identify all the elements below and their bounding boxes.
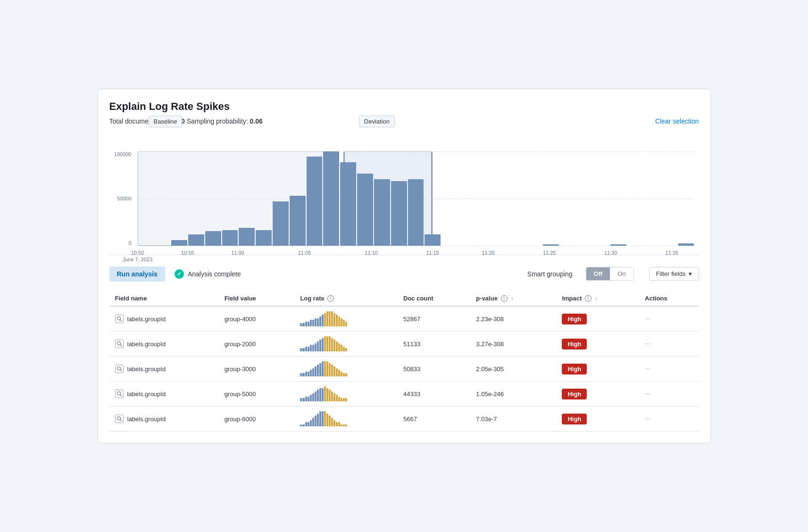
- actions-cell[interactable]: ⋯: [639, 306, 699, 332]
- filter-fields-button[interactable]: Filter fields ▾: [649, 267, 699, 281]
- pvalue-cell: 7.03e-7: [470, 407, 556, 432]
- pvalue-sort-icon[interactable]: ↑: [511, 296, 514, 301]
- table-body: labels.groupId group-4000528672.23e-308H…: [109, 306, 699, 432]
- spark-bar: [338, 422, 340, 426]
- doc-count-cell: 5667: [398, 407, 470, 432]
- chart-bar: [678, 243, 694, 246]
- x-axis-label: 11:15: [426, 249, 439, 256]
- pvalue-value: 1.05e-246: [476, 391, 504, 398]
- spark-bar: [341, 372, 342, 377]
- field-icon: [115, 340, 124, 348]
- chart-bar: [290, 196, 306, 246]
- pvalue-info-icon[interactable]: i: [501, 295, 508, 302]
- col-impact: Impact i ↑: [556, 291, 639, 307]
- sparkline: [300, 336, 347, 351]
- spark-bar: [324, 411, 326, 426]
- spark-bar: [300, 398, 302, 401]
- field-name-value: labels.groupId: [127, 341, 166, 348]
- actions-menu-icon[interactable]: ⋯: [645, 366, 652, 372]
- actions-cell[interactable]: ⋯: [639, 407, 699, 432]
- spark-bar: [305, 347, 307, 352]
- spark-bar: [338, 397, 340, 402]
- spark-bar: [324, 336, 326, 351]
- log-rate-cell: [294, 306, 398, 332]
- svg-line-7: [120, 395, 122, 397]
- col-actions: Actions: [639, 291, 699, 307]
- doc-count-value: 52867: [403, 316, 420, 323]
- y-label-mid: 50000: [109, 196, 132, 201]
- chart-bar: [205, 231, 221, 246]
- field-value-cell: group-2000: [219, 332, 295, 357]
- svg-line-3: [120, 345, 122, 347]
- clear-selection-button[interactable]: Clear selection: [655, 117, 699, 125]
- smart-grouping-toggle: Off On: [586, 267, 634, 281]
- spark-bar: [343, 320, 345, 326]
- spark-bar: [302, 373, 304, 376]
- chart-bar: [357, 174, 373, 246]
- spark-bar: [308, 422, 309, 426]
- chart-bar: [307, 157, 323, 245]
- spark-bar: [310, 370, 312, 376]
- spark-bar: [345, 398, 347, 401]
- log-rate-info-icon[interactable]: i: [327, 295, 334, 302]
- doc-count-value: 44333: [403, 391, 420, 398]
- spark-bar: [326, 336, 328, 351]
- col-field-name: Field name: [109, 291, 219, 307]
- svg-point-4: [117, 367, 120, 370]
- analysis-complete-status: ✓ Analysis complete: [175, 269, 241, 279]
- svg-line-9: [120, 420, 122, 422]
- spark-bar: [345, 322, 347, 327]
- smart-grouping-label: Smart grouping: [527, 270, 573, 278]
- spark-bar: [338, 370, 340, 376]
- spark-bar: [312, 345, 314, 351]
- actions-cell[interactable]: ⋯: [639, 357, 699, 382]
- chevron-down-icon: ▾: [689, 270, 692, 277]
- actions-menu-icon[interactable]: ⋯: [645, 341, 652, 347]
- spark-bar: [322, 338, 324, 351]
- actions-menu-icon[interactable]: ⋯: [645, 316, 652, 322]
- filter-fields-label: Filter fields: [656, 270, 686, 277]
- spark-bar: [345, 348, 347, 351]
- impact-info-icon[interactable]: i: [585, 295, 591, 302]
- spark-bar: [322, 361, 324, 376]
- spark-bar: [331, 418, 333, 426]
- log-rate-cell: [294, 357, 398, 382]
- spark-bar: [329, 416, 331, 426]
- col-log-rate: Log rate i: [294, 291, 398, 307]
- deviation-label: Deviation: [359, 116, 395, 127]
- table-row: labels.groupId group-2000511333.27e-308H…: [109, 332, 699, 357]
- grid-line-bottom: [138, 246, 694, 246]
- actions-cell[interactable]: ⋯: [639, 382, 699, 407]
- toggle-off-button[interactable]: Off: [586, 267, 610, 280]
- spark-bar: [322, 411, 324, 426]
- log-rate-cell: [294, 382, 398, 407]
- actions-cell[interactable]: ⋯: [639, 332, 699, 357]
- analysis-complete-label: Analysis complete: [188, 270, 241, 278]
- spark-bar: [312, 368, 314, 377]
- x-axis-label: 11:10: [365, 249, 378, 256]
- spark-bar: [305, 372, 307, 377]
- pvalue-cell: 3.27e-308: [470, 332, 556, 357]
- impact-cell: High: [556, 382, 639, 407]
- doc-count-value: 50833: [403, 366, 420, 373]
- spark-bar: [315, 391, 317, 401]
- actions-menu-icon[interactable]: ⋯: [645, 416, 652, 422]
- table-row: labels.groupId group-5000443331.05e-246H…: [109, 382, 699, 407]
- spark-bar: [302, 323, 304, 326]
- pvalue-value: 3.27e-308: [476, 341, 504, 348]
- impact-sort-icon[interactable]: ↑: [595, 296, 598, 301]
- spark-bar: [315, 366, 317, 376]
- chart-bar: [340, 162, 356, 245]
- pvalue-value: 2.05e-305: [476, 366, 504, 373]
- svg-point-8: [117, 417, 120, 420]
- impact-badge: High: [562, 414, 587, 424]
- toggle-on-button[interactable]: On: [610, 267, 633, 280]
- baseline-label: Baseline: [149, 116, 183, 127]
- spark-bar: [324, 386, 326, 401]
- impact-cell: High: [556, 306, 639, 332]
- spark-bar: [333, 340, 335, 351]
- spark-bar: [341, 318, 342, 327]
- run-analysis-button[interactable]: Run analysis: [109, 266, 165, 282]
- actions-menu-icon[interactable]: ⋯: [645, 391, 652, 397]
- subtitle: Total documents: 797,610 Sampling probab…: [109, 117, 263, 125]
